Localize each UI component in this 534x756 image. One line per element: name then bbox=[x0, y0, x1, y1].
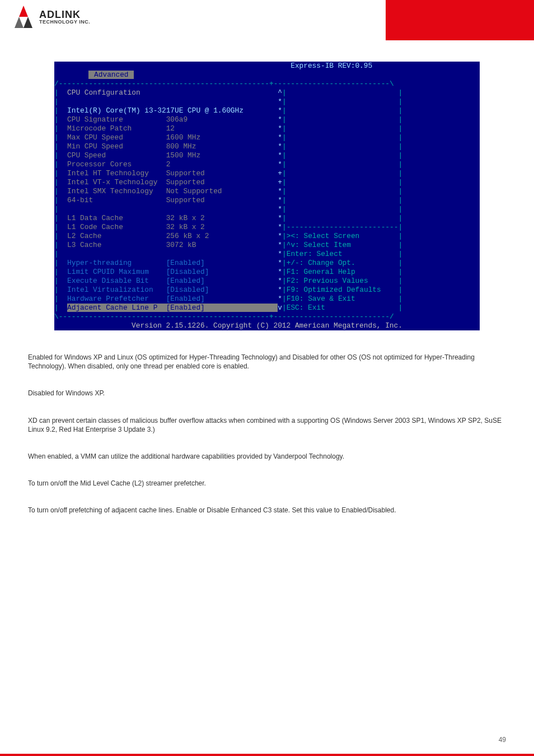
adlink-logo-icon bbox=[11, 4, 36, 29]
body-paragraph: When enabled, a VMM can utilize the addi… bbox=[28, 452, 506, 461]
header-accent-bar bbox=[386, 0, 534, 40]
brand-subtitle: TECHNOLOGY INC. bbox=[39, 20, 90, 25]
brand-block: ADLINK TECHNOLOGY INC. bbox=[11, 4, 90, 29]
svg-marker-2 bbox=[24, 17, 32, 28]
brand-name: ADLINK bbox=[39, 10, 90, 20]
bios-footer: Version 2.15.1226. Copyright (C) 2012 Am… bbox=[54, 321, 480, 330]
svg-marker-1 bbox=[15, 17, 24, 28]
bios-terminal: Express-IB REV:0.95 Advanced /----------… bbox=[54, 62, 480, 330]
body-paragraph: XD can prevent certain classes of malici… bbox=[28, 416, 506, 434]
body-paragraph: To turn on/off the Mid Level Cache (L2) … bbox=[28, 479, 506, 488]
document-body: Enabled for Windows XP and Linux (OS opt… bbox=[28, 353, 506, 515]
page-number: 49 bbox=[499, 736, 506, 744]
page-header: ADLINK TECHNOLOGY INC. bbox=[0, 0, 534, 40]
bios-tab-advanced[interactable]: Advanced bbox=[88, 71, 134, 79]
body-paragraph: Disabled for Windows XP. bbox=[28, 389, 506, 398]
footer-accent-bar bbox=[0, 754, 534, 756]
body-paragraph: Enabled for Windows XP and Linux (OS opt… bbox=[28, 353, 506, 371]
body-paragraph: To turn on/off prefetching of adjacent c… bbox=[28, 506, 506, 515]
svg-marker-0 bbox=[19, 6, 28, 17]
